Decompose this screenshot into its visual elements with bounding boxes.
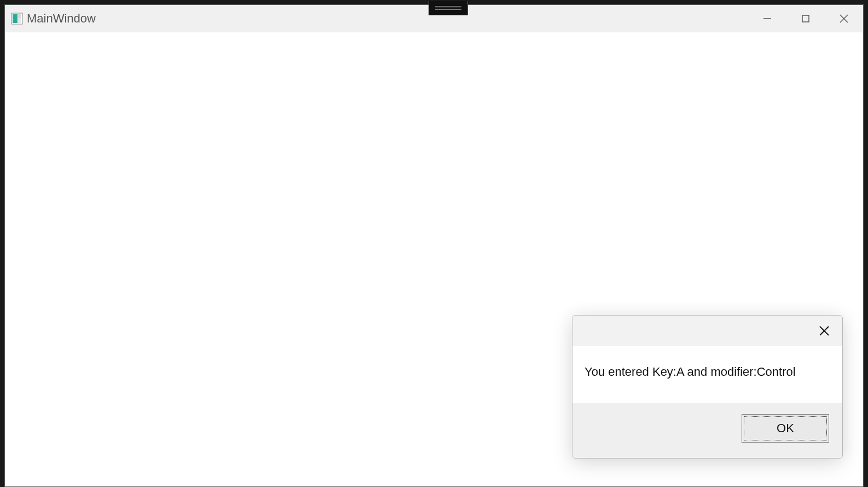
message-box-close-button[interactable] (812, 318, 837, 343)
ok-button-label: OK (777, 421, 794, 436)
close-icon (818, 324, 831, 337)
message-box-body: You entered Key:A and modifier:Control (572, 346, 842, 403)
message-text: You entered Key:A and modifier:Control (585, 365, 796, 379)
window-title: MainWindow (27, 12, 96, 26)
svg-rect-1 (13, 14, 18, 23)
message-box-footer: OK (572, 403, 842, 458)
svg-rect-3 (18, 19, 21, 23)
message-box-header[interactable] (572, 316, 842, 346)
close-icon (838, 13, 849, 24)
camera-notch (429, 1, 468, 15)
app-icon (10, 12, 24, 25)
maximize-button[interactable] (786, 5, 825, 32)
svg-rect-2 (18, 14, 21, 19)
window-controls (748, 5, 863, 32)
minimize-button[interactable] (748, 5, 786, 32)
maximize-icon (801, 14, 811, 24)
svg-rect-5 (802, 15, 809, 22)
close-button[interactable] (825, 5, 863, 32)
ok-button[interactable]: OK (742, 414, 829, 443)
minimize-icon (762, 14, 772, 24)
message-box: You entered Key:A and modifier:Control O… (572, 315, 843, 459)
